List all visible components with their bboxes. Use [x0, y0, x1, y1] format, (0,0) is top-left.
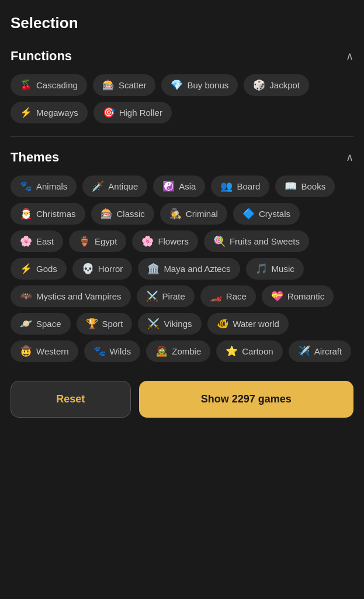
themes-section: Themes ∧ 🐾Animals🗡️Antique☯️Asia👥Board📖B…	[11, 150, 353, 362]
bottom-bar: Reset Show 2297 games	[11, 381, 353, 424]
megaways-icon: ⚡	[20, 108, 32, 118]
theme-chip-east[interactable]: 🌸East	[11, 230, 63, 252]
themes-collapse-icon[interactable]: ∧	[346, 151, 353, 164]
antique-icon: 🗡️	[92, 181, 104, 191]
theme-chip-classic[interactable]: 🎰Classic	[91, 203, 154, 225]
reset-button[interactable]: Reset	[11, 381, 131, 418]
east-icon: 🌸	[20, 236, 32, 246]
theme-chip-zombie[interactable]: 🧟Zombie	[146, 340, 210, 362]
theme-chip-space[interactable]: 🪐Space	[11, 313, 71, 335]
criminal-icon: 🕵️	[169, 209, 182, 219]
vikings-icon: ⚔️	[147, 319, 160, 329]
crystals-icon: 🔷	[242, 209, 255, 219]
function-chip-megaways[interactable]: ⚡Megaways	[11, 102, 88, 123]
theme-chip-maya-and-aztecs[interactable]: 🏛️Maya and Aztecs	[138, 258, 240, 280]
functions-collapse-icon[interactable]: ∧	[346, 50, 353, 63]
classic-icon: 🎰	[100, 209, 113, 219]
egypt-icon: 🏺	[78, 236, 91, 246]
animals-icon: 🐾	[20, 181, 32, 191]
western-icon: 🤠	[20, 346, 32, 356]
books-icon: 📖	[285, 181, 297, 191]
theme-chip-horror[interactable]: 💀Horror	[72, 258, 133, 280]
functions-section-title: Functions	[11, 49, 72, 64]
flowers-icon: 🌸	[141, 236, 154, 246]
romantic-icon: 💝	[271, 291, 283, 301]
zombie-icon: 🧟	[155, 346, 168, 356]
themes-chips-grid: 🐾Animals🗡️Antique☯️Asia👥Board📖Books🎅Chri…	[11, 175, 353, 362]
theme-chip-race[interactable]: 🏎️Race	[200, 285, 256, 307]
wilds-icon: 🐾	[93, 346, 106, 356]
christmas-icon: 🎅	[20, 209, 32, 219]
theme-chip-flowers[interactable]: 🌸Flowers	[132, 230, 198, 252]
theme-chip-fruits-and-sweets[interactable]: 🍭Fruits and Sweets	[204, 230, 309, 252]
section-divider	[11, 136, 353, 137]
race-icon: 🏎️	[210, 291, 222, 301]
cartoon-icon: ⭐	[226, 346, 238, 356]
theme-chip-music[interactable]: 🎵Music	[246, 258, 304, 280]
function-chip-cascading[interactable]: 🍒Cascading	[11, 74, 87, 96]
theme-chip-cartoon[interactable]: ⭐Cartoon	[216, 340, 282, 362]
show-games-button[interactable]: Show 2297 games	[139, 381, 353, 418]
space-icon: 🪐	[20, 319, 32, 329]
theme-chip-mystics-and-vampires[interactable]: 🦇Mystics and Vampires	[11, 285, 131, 307]
theme-chip-books[interactable]: 📖Books	[275, 175, 335, 197]
high-roller-icon: 🎯	[103, 108, 115, 118]
theme-chip-pirate[interactable]: ⚔️Pirate	[137, 285, 195, 307]
board-icon: 👥	[220, 181, 233, 191]
theme-chip-asia[interactable]: ☯️Asia	[153, 175, 205, 197]
cascading-icon: 🍒	[20, 80, 32, 90]
theme-chip-water-world[interactable]: 🐠Water world	[207, 313, 289, 335]
theme-chip-wilds[interactable]: 🐾Wilds	[84, 340, 141, 362]
gods-icon: ⚡	[20, 264, 32, 274]
music-icon: 🎵	[255, 264, 268, 274]
theme-chip-board[interactable]: 👥Board	[211, 175, 269, 197]
theme-chip-animals[interactable]: 🐾Animals	[11, 175, 77, 197]
scatter-icon: 🎰	[102, 80, 115, 90]
maya-and-aztecs-icon: 🏛️	[147, 264, 160, 274]
function-chip-jackpot[interactable]: 🎲Jackpot	[244, 74, 309, 96]
function-chip-buy-bonus[interactable]: 💎Buy bonus	[161, 74, 238, 96]
functions-section: Functions ∧ 🍒Cascading🎰Scatter💎Buy bonus…	[11, 49, 353, 123]
page-title: Selection	[11, 14, 353, 32]
sport-icon: 🏆	[86, 319, 98, 329]
theme-chip-western[interactable]: 🤠Western	[11, 340, 78, 362]
pirate-icon: ⚔️	[146, 291, 158, 301]
buy-bonus-icon: 💎	[171, 80, 183, 90]
horror-icon: 💀	[82, 264, 94, 274]
asia-icon: ☯️	[162, 181, 175, 191]
theme-chip-christmas[interactable]: 🎅Christmas	[11, 203, 85, 225]
theme-chip-vikings[interactable]: ⚔️Vikings	[138, 313, 201, 335]
themes-section-title: Themes	[11, 150, 59, 165]
aircraft-icon: ✈️	[298, 346, 310, 356]
jackpot-icon: 🎲	[253, 80, 265, 90]
theme-chip-criminal[interactable]: 🕵️Criminal	[160, 203, 227, 225]
water-world-icon: 🐠	[217, 319, 229, 329]
theme-chip-sport[interactable]: 🏆Sport	[77, 313, 133, 335]
function-chip-high-roller[interactable]: 🎯High Roller	[93, 102, 172, 123]
fruits-and-sweets-icon: 🍭	[213, 236, 226, 246]
mystics-and-vampires-icon: 🦇	[20, 291, 32, 301]
theme-chip-antique[interactable]: 🗡️Antique	[82, 175, 147, 197]
theme-chip-aircraft[interactable]: ✈️Aircraft	[289, 340, 352, 362]
theme-chip-crystals[interactable]: 🔷Crystals	[233, 203, 300, 225]
functions-chips-row: 🍒Cascading🎰Scatter💎Buy bonus🎲Jackpot⚡Meg…	[11, 74, 353, 123]
function-chip-scatter[interactable]: 🎰Scatter	[93, 74, 156, 96]
theme-chip-egypt[interactable]: 🏺Egypt	[69, 230, 126, 252]
theme-chip-romantic[interactable]: 💝Romantic	[262, 285, 334, 307]
theme-chip-gods[interactable]: ⚡Gods	[11, 258, 67, 280]
